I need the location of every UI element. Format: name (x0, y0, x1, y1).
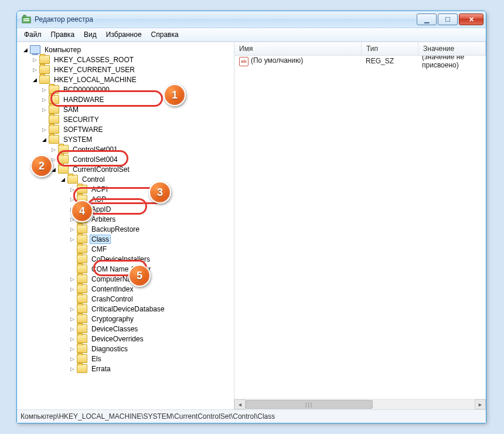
tree-node-Class[interactable]: ▷Class (19, 234, 234, 244)
expand-icon[interactable]: ▷ (40, 126, 47, 133)
tree-node-BCD00000000[interactable]: ▷BCD00000000 (19, 84, 234, 94)
collapse-icon[interactable]: ◢ (50, 166, 57, 173)
minimize-button[interactable]: ▁ (417, 13, 437, 25)
tree-node-ControlSet001[interactable]: ▷ControlSet001 (19, 144, 234, 154)
menu-вид[interactable]: Вид (79, 29, 101, 40)
collapse-icon[interactable]: ◢ (40, 136, 47, 143)
tree-node-HKEY_CLASSES_ROOT[interactable]: ▷HKEY_CLASSES_ROOT (19, 55, 234, 65)
expand-icon[interactable]: ▷ (69, 365, 76, 372)
col-name[interactable]: Имя (234, 42, 362, 55)
tree-node-HKEY_CURRENT_USER[interactable]: ▷HKEY_CURRENT_USER (19, 65, 234, 74)
tree-node-ACPI[interactable]: ▷ACPI (19, 184, 234, 194)
values-hscrollbar[interactable]: ◄ ||| ► (234, 399, 486, 409)
menu-избранное[interactable]: Избранное (101, 29, 147, 40)
folder-icon (77, 344, 87, 353)
tree-node-CurrentControlSet[interactable]: ◢CurrentControlSet (19, 164, 234, 174)
tree-node-BackupRestore[interactable]: ▷BackupRestore (19, 224, 234, 234)
close-button[interactable]: ✕ (459, 13, 483, 25)
folder-icon (77, 195, 87, 204)
collapse-icon[interactable]: ◢ (22, 46, 29, 53)
expand-icon[interactable]: ▷ (50, 156, 57, 163)
tree-node-CrashControl[interactable]: CrashControl (19, 294, 234, 304)
tree-node-AGP[interactable]: ▷AGP (19, 194, 234, 204)
folder-icon (77, 235, 87, 243)
maximize-button[interactable]: ☐ (438, 13, 458, 25)
scroll-left-button[interactable]: ◄ (234, 399, 246, 409)
tree-label: SOFTWARE (62, 125, 105, 134)
folder-icon (58, 155, 69, 164)
tree-label: SAM (62, 105, 80, 114)
scroll-track[interactable]: ||| (246, 400, 475, 409)
tree-label: Els (90, 354, 103, 364)
titlebar[interactable]: Редактор реестра ▁ ☐ ✕ (17, 11, 486, 28)
tree-node-DeviceClasses[interactable]: ▷DeviceClasses (19, 324, 234, 334)
menu-файл[interactable]: Файл (19, 29, 46, 40)
expand-icon[interactable]: ▷ (69, 186, 76, 193)
tree-node-SECURITY[interactable]: SECURITY (19, 114, 234, 124)
scroll-thumb[interactable]: ||| (246, 400, 373, 409)
col-type[interactable]: Тип (362, 42, 418, 55)
tree-node-AppID[interactable]: ▷AppID (19, 204, 234, 214)
tree-node-HARDWARE[interactable]: ▷HARDWARE (19, 94, 234, 104)
tree-node-HKEY_LOCAL_MACHINE[interactable]: ◢HKEY_LOCAL_MACHINE (19, 74, 234, 84)
tree-node-SAM[interactable]: ▷SAM (19, 104, 234, 114)
expand-icon[interactable]: ▷ (69, 196, 76, 203)
registry-tree[interactable]: ◢Компьютер▷HKEY_CLASSES_ROOT▷HKEY_CURREN… (17, 42, 234, 409)
tree-node-Els[interactable]: ▷Els (19, 354, 234, 364)
expand-icon[interactable]: ▷ (69, 326, 76, 333)
tree-label: DeviceOverrides (90, 334, 145, 344)
status-path: Компьютер\HKEY_LOCAL_MACHINE\SYSTEM\Curr… (21, 412, 275, 421)
tree-node-COM-Name-Arbiter[interactable]: COM Name Arbiter (19, 264, 234, 274)
expand-icon[interactable]: ▷ (69, 216, 76, 223)
tree-node-ControlSet004[interactable]: ▷ControlSet004 (19, 154, 234, 164)
collapse-icon[interactable]: ◢ (59, 176, 66, 183)
expand-icon[interactable]: ▷ (31, 56, 38, 63)
tree-node-ComputerName[interactable]: ▷ComputerName (19, 274, 234, 284)
tree-node-Arbiters[interactable]: ▷Arbiters (19, 214, 234, 224)
tree-label: Arbiters (90, 215, 117, 224)
menu-справка[interactable]: Справка (147, 29, 183, 40)
expand-icon[interactable]: ▷ (69, 335, 76, 343)
tree-node-Cryptography[interactable]: ▷Cryptography (19, 314, 234, 324)
menu-правка[interactable]: Правка (46, 29, 80, 40)
tree-node-Control[interactable]: ◢Control (19, 174, 234, 184)
tree-node-SYSTEM[interactable]: ◢SYSTEM (19, 134, 234, 144)
expand-icon[interactable]: ▷ (31, 66, 38, 73)
expand-icon[interactable]: ▷ (69, 236, 76, 243)
expand-icon[interactable]: ▷ (40, 86, 47, 93)
values-list[interactable]: ab(По умолчанию)REG_SZ(значение не присв… (234, 56, 486, 399)
expand-icon[interactable]: ▷ (69, 226, 76, 233)
folder-icon (77, 185, 87, 194)
expand-icon[interactable]: ▷ (69, 355, 76, 362)
tree-node-Компьютер[interactable]: ◢Компьютер (19, 45, 234, 55)
tree-node-SOFTWARE[interactable]: ▷SOFTWARE (19, 124, 234, 134)
expand-icon[interactable]: ▷ (69, 345, 76, 352)
collapse-icon[interactable]: ◢ (31, 76, 38, 83)
expand-icon[interactable]: ▷ (50, 146, 57, 153)
folder-icon (39, 55, 50, 64)
tree-node-ContentIndex[interactable]: ▷ContentIndex (19, 284, 234, 294)
expand-icon[interactable]: ▷ (69, 206, 76, 213)
tree-node-CriticalDeviceDatabase[interactable]: ▷CriticalDeviceDatabase (19, 304, 234, 314)
folder-icon (39, 65, 50, 74)
folder-icon (77, 245, 87, 253)
folder-icon (77, 205, 87, 213)
col-value[interactable]: Значение (418, 42, 486, 55)
tree-label: CriticalDeviceDatabase (90, 304, 166, 314)
folder-icon (77, 324, 87, 333)
expand-icon[interactable]: ▷ (69, 306, 76, 313)
value-row[interactable]: ab(По умолчанию)REG_SZ(значение не присв… (234, 56, 486, 66)
tree-node-CoDeviceInstallers[interactable]: CoDeviceInstallers (19, 254, 234, 264)
tree-label: SYSTEM (62, 135, 94, 144)
tree-node-DeviceOverrides[interactable]: ▷DeviceOverrides (19, 334, 234, 344)
expand-icon[interactable]: ▷ (69, 286, 76, 293)
tree-node-Errata[interactable]: ▷Errata (19, 364, 234, 374)
scroll-right-button[interactable]: ► (475, 399, 486, 409)
tree-label: ACPI (90, 185, 110, 194)
expand-icon[interactable]: ▷ (40, 96, 47, 103)
expand-icon[interactable]: ▷ (69, 276, 76, 283)
tree-node-CMF[interactable]: CMF (19, 244, 234, 254)
tree-node-Diagnostics[interactable]: ▷Diagnostics (19, 344, 234, 354)
expand-icon[interactable]: ▷ (40, 106, 47, 113)
expand-icon[interactable]: ▷ (69, 316, 76, 323)
